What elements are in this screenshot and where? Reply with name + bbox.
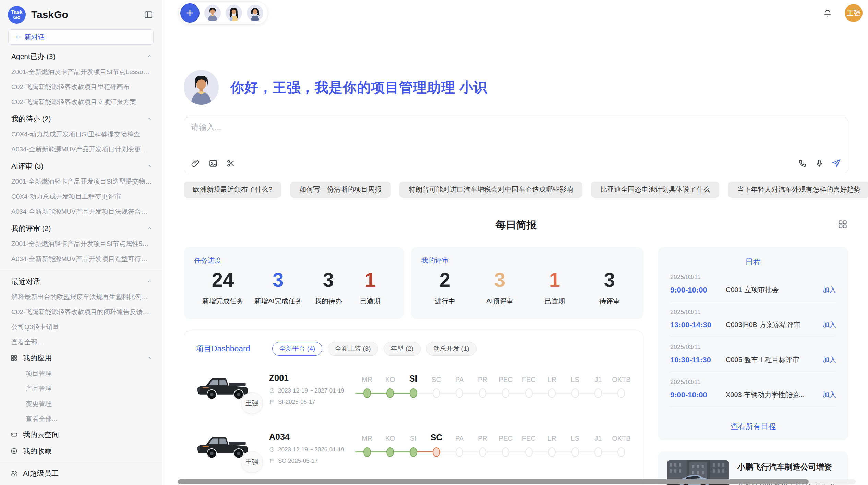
- suggestion-chip[interactable]: 比亚迪全固态电池计划具体说了什么: [591, 182, 719, 198]
- stat-value: 24: [202, 269, 243, 291]
- suggestion-chip[interactable]: 特朗普可能对进口汽车增税会对中国车企造成哪些影响: [399, 182, 582, 198]
- scissors-icon[interactable]: [226, 159, 235, 168]
- image-icon[interactable]: [209, 159, 218, 168]
- drive-icon: [10, 431, 18, 438]
- join-link[interactable]: 加入: [822, 320, 836, 329]
- stat-value: 2: [430, 269, 460, 291]
- sidebar-list: Agent已办 (3) Z001-全新燃油皮卡产品开发项目SI节点Lesson …: [0, 45, 162, 485]
- app-logo: Task Go: [8, 6, 26, 24]
- suggestion-chip[interactable]: 如何写一份清晰的项目周报: [290, 182, 391, 198]
- divider: [0, 270, 162, 270]
- list-item[interactable]: 查看全部...: [0, 335, 162, 350]
- list-item[interactable]: 解释最新出台的欧盟报废车法规再生塑料比例被调至15%...: [0, 289, 162, 304]
- section-agent-done[interactable]: Agent已办 (3): [0, 47, 162, 64]
- view-all-schedule-link[interactable]: 查看所有日程: [670, 416, 836, 432]
- section-recent-chats[interactable]: 最近对话: [0, 272, 162, 289]
- user-avatar[interactable]: 王强: [845, 4, 863, 22]
- list-item[interactable]: Z001-全新燃油轻卡产品开发项目SI造型提交物评审: [0, 174, 162, 189]
- project-row[interactable]: 王强 A034 2023-12-19 ~ 2026-01-19 SC-2025-…: [196, 428, 633, 468]
- list-item[interactable]: Z001-全新燃油皮卡产品开发项目SI节点Lesson Learn报告: [0, 64, 162, 79]
- tab-model-year[interactable]: 年型 (2): [384, 342, 421, 356]
- stat-overdue: 1 已逾期: [539, 269, 570, 306]
- milestone-label: LS: [571, 432, 579, 443]
- sidebar-item-cloud-space[interactable]: 我的云空间: [0, 426, 162, 443]
- schedule-date: 2025/03/11: [670, 274, 836, 281]
- attachment-icon[interactable]: [191, 159, 200, 168]
- tab-new-platform[interactable]: 全新平台 (4): [272, 342, 323, 356]
- milestone: J1: [587, 432, 610, 468]
- list-item[interactable]: A034-全新新能源MUV产品开发项目造型可行性评审: [0, 251, 162, 266]
- divider: [0, 463, 162, 463]
- milestone-node: [548, 447, 556, 457]
- sidebar-item-ai-super-staff[interactable]: AI超级员工: [0, 465, 162, 482]
- join-link[interactable]: 加入: [822, 285, 836, 295]
- sidebar-item-project-mgmt[interactable]: 项目管理: [0, 366, 162, 381]
- horizontal-scrollbar-thumb[interactable]: [178, 479, 809, 484]
- join-link[interactable]: 加入: [822, 355, 836, 364]
- sidebar-item-my-apps[interactable]: 我的应用: [0, 350, 162, 366]
- suggestion-chip[interactable]: 当下年轻人对汽车外观有怎样的喜好趋势: [728, 182, 868, 198]
- section-title-label: 最近对话: [11, 277, 40, 286]
- section-ai-review[interactable]: AI评审 (3): [0, 157, 162, 174]
- milestone-label: OKTB: [612, 432, 630, 443]
- section-my-review[interactable]: 我的评审 (2): [0, 219, 162, 236]
- phone-icon[interactable]: [798, 159, 807, 168]
- flag-icon: [269, 458, 275, 464]
- milestone: KO: [378, 432, 401, 468]
- milestone: SI: [402, 432, 425, 468]
- suggestion-chip[interactable]: 欧洲新规最近颁布了什么?: [184, 182, 281, 198]
- sidebar-item-view-all-apps[interactable]: 查看全部...: [0, 411, 162, 426]
- schedule-card: 日程 2025/03/11 9:00-10:00 C001-立项审批会 加入 2…: [658, 247, 848, 440]
- sidebar-item-product-mgmt[interactable]: 产品管理: [0, 381, 162, 396]
- new-chat-button[interactable]: 新对话: [8, 29, 154, 45]
- project-thumbnail: 王强: [196, 372, 260, 407]
- schedule-item: 2025/03/11 9:00-10:00 C001-立项审批会 加入: [670, 267, 836, 302]
- tab-powertrain[interactable]: 动总开发 (1): [426, 342, 477, 356]
- list-item[interactable]: C0X4-动力总成开发项目工程变更评审: [0, 189, 162, 204]
- avatar[interactable]: [204, 5, 221, 21]
- stat-label: 已逾期: [539, 297, 570, 306]
- avatar[interactable]: [247, 5, 263, 21]
- project-dates: 2023-12-19 ~ 2027-01-19: [269, 387, 355, 394]
- add-member-button[interactable]: [180, 3, 200, 23]
- collapse-sidebar-icon[interactable]: [144, 10, 153, 19]
- logo-line-2: Go: [13, 15, 21, 20]
- schedule-item: 2025/03/11 13:00-14:30 C003|H0B-方案冻结评审 加…: [670, 302, 836, 337]
- owner-badge: 王强: [241, 392, 263, 414]
- list-item[interactable]: C02-飞腾新能源轻客改款项目立项汇报方案: [0, 95, 162, 110]
- sidebar-item-help-me-write[interactable]: 帮我写作: [0, 482, 162, 485]
- milestone: LS: [564, 373, 587, 409]
- schedule-title: 日程: [670, 257, 836, 267]
- chat-input[interactable]: [190, 122, 655, 132]
- horizontal-scrollbar-track[interactable]: [177, 479, 856, 484]
- avatar[interactable]: [226, 5, 242, 21]
- composer-tools-right: [798, 159, 841, 168]
- send-icon[interactable]: [832, 159, 841, 168]
- stat-my-todo: 3 我的待办: [313, 269, 344, 306]
- list-item[interactable]: Z001-全新燃油轻卡产品开发项目SI节点属性5D文件评审: [0, 236, 162, 251]
- list-item[interactable]: A034-全新新能源MUV产品开发项目计划变更表编写: [0, 142, 162, 157]
- section-my-todo[interactable]: 我的待办 (2): [0, 110, 162, 127]
- news-title: 小鹏飞行汽车制造公司增资: [737, 462, 840, 472]
- list-item[interactable]: C02-飞腾新能源轻客改款项目里程碑画布: [0, 79, 162, 95]
- stat-label: 新增AI完成任务: [254, 297, 302, 306]
- milestone-node-done: [386, 447, 394, 457]
- sidebar-item-favorites[interactable]: 我的收藏: [0, 443, 162, 459]
- bell-icon[interactable]: [823, 8, 832, 18]
- milestone-node: [571, 388, 579, 398]
- tab-new-upfit[interactable]: 全新上装 (3): [328, 342, 378, 356]
- microphone-icon[interactable]: [815, 159, 824, 168]
- list-item[interactable]: C0X4-动力总成开发项目SI里程碑提交物检查: [0, 127, 162, 142]
- list-item[interactable]: 公司Q3轻卡销量: [0, 320, 162, 335]
- stat-in-progress: 2 进行中: [430, 269, 460, 306]
- favorites-label: 我的收藏: [23, 446, 52, 456]
- milestone: OKTB: [610, 373, 633, 409]
- list-item[interactable]: C02-飞腾新能源轻客改款项目的闭环通告反馈情况: [0, 304, 162, 320]
- people-icon: [10, 470, 18, 477]
- project-row[interactable]: 王强 Z001 2023-12-19 ~ 2027-01-19 SI-2025-…: [196, 369, 633, 409]
- layout-grid-icon[interactable]: [837, 219, 848, 229]
- join-link[interactable]: 加入: [822, 390, 836, 399]
- list-item[interactable]: A034-全新新能源MUV产品开发项目法规符合性评审: [0, 204, 162, 219]
- sidebar-item-change-mgmt[interactable]: 变更管理: [0, 396, 162, 411]
- chevron-up-icon: [147, 355, 152, 361]
